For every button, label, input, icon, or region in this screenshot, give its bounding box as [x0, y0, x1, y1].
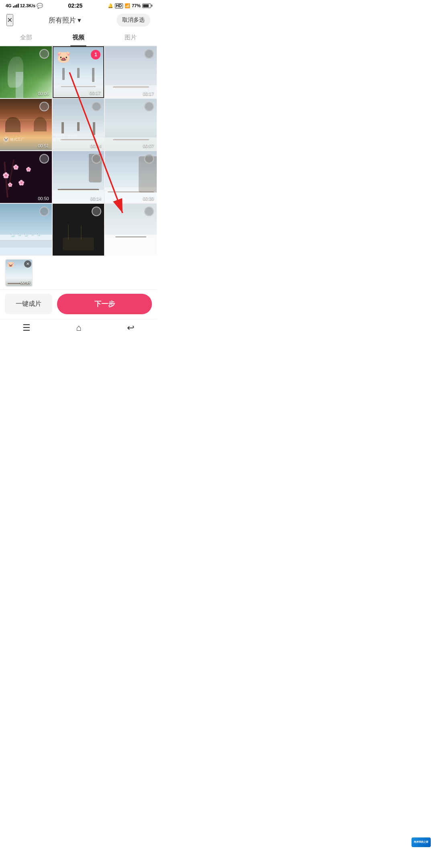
signal-label: 4G	[6, 3, 12, 8]
media-grid: 00:06 🐷 1 00:17	[0, 46, 157, 256]
header-title: 所有照片 ▾	[49, 16, 81, 25]
select-circle-12	[144, 207, 154, 216]
duration-5: 00:14	[90, 143, 102, 148]
select-circle-10	[39, 207, 49, 216]
nav-bar: ☰ ⌂ ↩	[0, 319, 157, 337]
wifi-icon: 📶	[125, 3, 130, 8]
remove-selected-button[interactable]: ✕	[24, 260, 31, 268]
select-circle-5	[92, 102, 101, 111]
grid-item-2[interactable]: 🐷 1 00:17	[53, 46, 104, 98]
tab-video[interactable]: 视频	[52, 30, 104, 45]
watermark-5: 手机摄鸿一好何次·情…上	[53, 133, 84, 142]
selected-duration: 00:17	[20, 280, 31, 285]
tabs-bar: 全部 视频 图片	[0, 30, 157, 46]
duration-1: 00:06	[38, 91, 49, 96]
cancel-multi-button[interactable]: 取消多选	[117, 14, 150, 27]
back-icon[interactable]: ↩	[127, 323, 134, 333]
header: × 所有照片 ▾ 取消多选	[0, 10, 157, 30]
duration-3: 00:17	[143, 91, 154, 96]
tab-all[interactable]: 全部	[0, 30, 52, 45]
action-bar: 一键成片 下一步	[0, 289, 157, 319]
grid-item-3[interactable]: 00:17	[105, 46, 157, 98]
signal-bars	[13, 4, 19, 8]
menu-icon[interactable]: ☰	[23, 323, 31, 333]
album-title: 所有照片	[49, 16, 76, 25]
trees-5	[55, 122, 102, 135]
status-time: 02:25	[68, 2, 82, 9]
grid-item-8[interactable]: 00:14	[53, 151, 104, 203]
duration-7: 00:50	[38, 196, 49, 201]
select-circle-1	[39, 49, 49, 59]
dropdown-icon[interactable]: ▾	[78, 16, 81, 25]
grid-item-4[interactable]: 🐼 格式工厂 00:51	[0, 99, 52, 151]
one-click-button[interactable]: 一键成片	[5, 294, 52, 314]
snow-ground-12	[105, 235, 157, 255]
next-button[interactable]: 下一步	[57, 294, 152, 314]
select-circle-4	[39, 102, 49, 111]
duration-6: 00:07	[143, 143, 154, 148]
battery-fill	[143, 4, 149, 7]
signal-bar-3	[16, 4, 17, 8]
status-bar: 4G 12.3K/s 💬 02:25 🔔 HD 📶 77%	[0, 0, 157, 10]
bell-icon: 🔔	[108, 3, 113, 8]
grid-item-6[interactable]: 00:07	[105, 99, 157, 151]
pig-sticker-mini: 🐷	[7, 261, 14, 268]
selected-thumb-1[interactable]: 🐷 ✕ 00:17	[5, 259, 33, 287]
watermark-4: 🐼 格式工厂	[3, 137, 25, 142]
status-right: 🔔 HD 📶 77%	[108, 3, 151, 8]
duration-9: 00:30	[143, 196, 154, 201]
grid-item-1[interactable]: 00:06	[0, 46, 52, 98]
grid-item-7[interactable]: 🌸 🌸 🌸 🌸 🌸 00:50	[0, 151, 52, 203]
status-left: 4G 12.3K/s 💬	[6, 3, 43, 9]
wechat-icon: 💬	[37, 3, 43, 9]
hd-label: HD	[115, 3, 123, 8]
grid-item-9[interactable]: 00:30	[105, 151, 157, 203]
duration-2: 00:17	[90, 90, 101, 95]
select-circle-7	[39, 154, 49, 164]
battery-icon	[142, 4, 151, 8]
tab-image[interactable]: 图片	[104, 30, 157, 45]
grid-item-10[interactable]: 🦢 🦢 🦢 🦢 🦢	[0, 204, 52, 256]
signal-bar-4	[18, 4, 19, 8]
watermark-logo-4: 🐼	[3, 137, 9, 142]
grid-item-11[interactable]	[53, 204, 104, 256]
network-speed: 12.3K/s	[20, 3, 36, 8]
media-grid-container: 00:06 🐷 1 00:17	[0, 46, 157, 256]
pig-sticker-2: 🐷	[57, 50, 71, 63]
signal-bar-1	[13, 6, 14, 8]
duration-8: 00:14	[90, 196, 102, 201]
signal-bar-2	[14, 5, 16, 8]
close-button[interactable]: ×	[6, 14, 13, 26]
home-icon[interactable]: ⌂	[76, 323, 81, 333]
grid-item-12[interactable]	[105, 204, 157, 256]
select-circle-6	[144, 102, 154, 111]
battery-label: 77%	[132, 3, 141, 8]
duration-4: 00:51	[38, 143, 49, 148]
select-circle-3	[144, 49, 154, 59]
grid-item-5[interactable]: 手机摄鸿一好何次·情…上 00:14	[53, 99, 104, 151]
selected-tray: 🐷 ✕ 00:17	[0, 256, 157, 289]
